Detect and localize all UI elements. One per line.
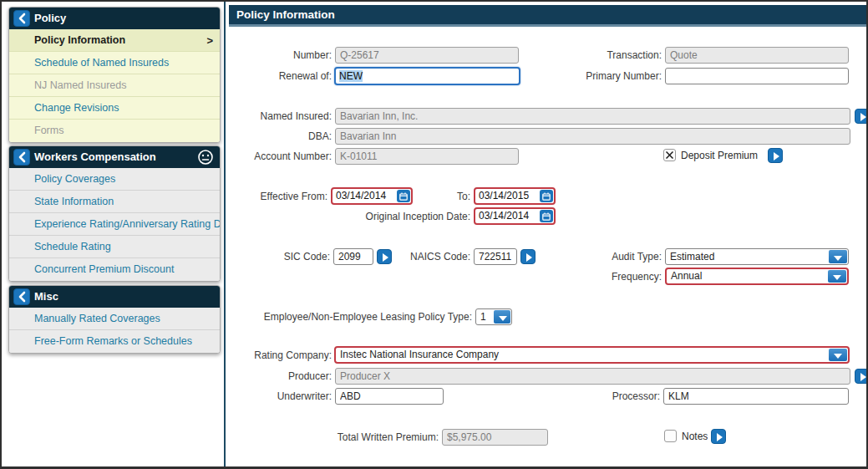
date-text: 03/14/2014 xyxy=(336,190,386,201)
page-title-bar: Policy Information xyxy=(229,5,866,27)
rating-company-label: Rating Company: xyxy=(181,347,332,364)
frequency-label: Frequency: xyxy=(536,268,662,285)
transaction-input xyxy=(665,47,849,64)
deposit-premium-label: Deposit Premium xyxy=(681,148,758,163)
sidebar-item-label: Policy Information xyxy=(34,34,125,46)
dba-label: DBA: xyxy=(181,128,332,145)
sidebar-item-schedule-rating[interactable]: Schedule Rating xyxy=(9,236,220,258)
named-insured-label: Named Insured: xyxy=(181,108,332,125)
sidebar-item-policy-coverages[interactable]: Policy Coverages xyxy=(9,168,220,191)
sidebar-item-concurrent-premium-discount[interactable]: Concurrent Premium Discount xyxy=(9,258,220,281)
sidebar-item-label: State Information xyxy=(34,196,114,207)
sidebar-section-workers-compensation: Workers Compensation Policy Coverages St… xyxy=(8,145,221,282)
effective-to-label: To: xyxy=(403,188,470,205)
collapse-chevron-icon[interactable] xyxy=(13,149,30,166)
number-label: Number: xyxy=(181,47,332,64)
dropdown-arrow-icon[interactable] xyxy=(829,349,847,361)
audit-type-label: Audit Type: xyxy=(536,248,662,265)
named-insured-detail-button[interactable] xyxy=(855,109,868,124)
transaction-label: Transaction: xyxy=(511,47,662,64)
rating-company-select[interactable]: Instec National Insurance Company xyxy=(334,346,850,364)
dropdown-arrow-icon[interactable] xyxy=(494,310,510,324)
naics-code-input[interactable] xyxy=(474,248,517,265)
sidebar-item-experience-rating[interactable]: Experience Rating/Anniversary Rating Dat… xyxy=(9,213,220,236)
sidebar-section-title: Misc xyxy=(34,290,58,303)
notes-label: Notes xyxy=(682,429,708,444)
sidebar-section-policy-header[interactable]: Policy xyxy=(9,8,220,29)
sidebar-item-label: NJ Named Insureds xyxy=(34,79,126,91)
total-written-premium-label: Total Written Premium: xyxy=(277,429,439,446)
sidebar-section-misc: Misc Manually Rated Coverages Free-Form … xyxy=(8,285,221,354)
number-input xyxy=(335,47,519,64)
sic-code-input[interactable] xyxy=(333,248,373,265)
sidebar-item-label: Schedule Rating xyxy=(34,241,111,252)
primary-number-label: Primary Number: xyxy=(511,68,662,84)
producer-label: Producer: xyxy=(181,368,332,385)
producer-detail-button[interactable] xyxy=(855,369,868,384)
effective-from-label: Effective From: xyxy=(177,188,327,205)
notes-detail-button[interactable] xyxy=(711,429,726,444)
effective-to-input[interactable]: 03/14/2015 xyxy=(474,187,556,205)
sidebar-item-manually-rated-coverages[interactable]: Manually Rated Coverages xyxy=(9,308,220,330)
deposit-premium-checkbox[interactable] xyxy=(663,149,676,161)
processor-input[interactable] xyxy=(663,388,849,405)
date-text: 03/14/2015 xyxy=(479,190,529,201)
select-value: Estimated xyxy=(670,251,714,263)
audit-type-select[interactable]: Estimated xyxy=(665,248,849,265)
leasing-policy-type-select[interactable]: 1 xyxy=(475,308,512,325)
renewal-of-label: Renewal of: xyxy=(181,68,332,84)
original-inception-date-input[interactable]: 03/14/2014 xyxy=(474,207,556,225)
date-text: 03/14/2014 xyxy=(479,210,529,222)
naics-code-lookup-button[interactable] xyxy=(520,249,536,264)
sidebar-item-label: Policy Coverages xyxy=(34,173,115,185)
notes-checkbox[interactable] xyxy=(664,430,677,442)
primary-number-input[interactable] xyxy=(665,68,849,84)
sidebar-item-label: Concurrent Premium Discount xyxy=(34,263,174,275)
calendar-icon[interactable] xyxy=(540,210,553,222)
sic-code-label: SIC Code: xyxy=(236,248,330,265)
sidebar-item-label: Change Revisions xyxy=(34,102,119,114)
deposit-premium-detail-button[interactable] xyxy=(768,148,783,163)
processor-label: Processor: xyxy=(503,388,660,405)
dba-input xyxy=(335,128,850,145)
dropdown-arrow-icon[interactable] xyxy=(829,250,847,263)
sidebar-section-misc-header[interactable]: Misc xyxy=(9,286,220,308)
underwriter-input[interactable] xyxy=(335,388,444,405)
dropdown-arrow-icon[interactable] xyxy=(828,270,846,283)
collapse-chevron-icon[interactable] xyxy=(13,10,30,27)
select-value: Instec National Insurance Company xyxy=(340,349,499,360)
producer-input xyxy=(335,368,850,385)
account-number-input xyxy=(335,148,519,165)
select-value: 1 xyxy=(480,311,486,323)
sidebar-item-label: Experience Rating/Anniversary Rating Dat… xyxy=(34,218,220,230)
collapse-chevron-icon[interactable] xyxy=(13,288,30,305)
sidebar-item-label: Manually Rated Coverages xyxy=(34,313,160,324)
select-value: Annual xyxy=(671,270,702,282)
sidebar-section-title: Policy xyxy=(34,12,66,24)
selected-text: NEW xyxy=(339,70,363,82)
original-inception-date-label: Original Inception Date: xyxy=(319,208,470,225)
sidebar-item-label: Free-Form Remarks or Schedules xyxy=(34,335,192,347)
total-written-premium-input xyxy=(442,429,548,446)
sidebar-item-label: Schedule of Named Insureds xyxy=(34,57,169,69)
leasing-policy-type-label: Employee/Non-Employee Leasing Policy Typ… xyxy=(202,308,472,325)
calendar-icon[interactable] xyxy=(540,190,553,202)
app-window: Policy Policy Information > Schedule of … xyxy=(0,0,868,469)
sidebar-item-label: Forms xyxy=(34,125,63,136)
naics-code-label: NAICS Code: xyxy=(386,248,470,265)
renewal-of-input[interactable]: NEW xyxy=(334,67,520,85)
account-number-label: Account Number: xyxy=(181,148,332,165)
effective-from-input[interactable]: 03/14/2014 xyxy=(331,187,413,205)
frequency-select[interactable]: Annual xyxy=(665,268,849,285)
underwriter-label: Underwriter: xyxy=(181,388,332,405)
page-title: Policy Information xyxy=(236,8,335,21)
sidebar-section-title: Workers Compensation xyxy=(34,150,156,163)
named-insured-input xyxy=(335,108,850,125)
